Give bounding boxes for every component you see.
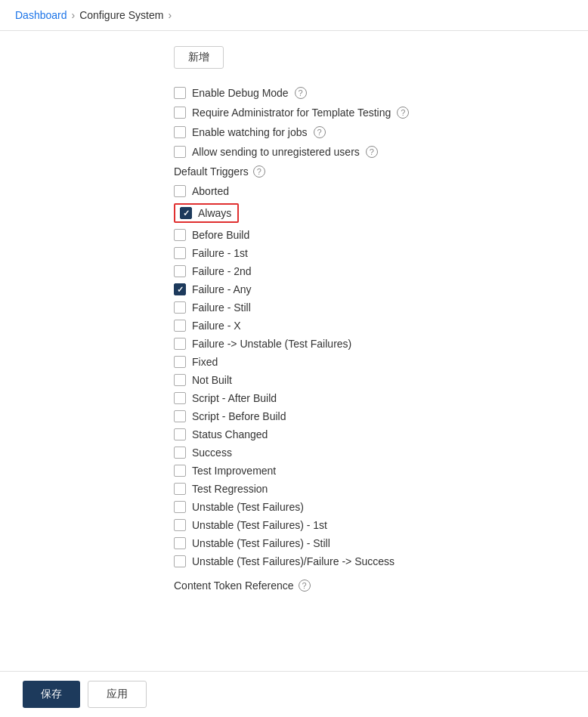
debug-mode-label: Enable Debug Mode (192, 87, 289, 99)
admin-template-label: Require Administrator for Template Testi… (192, 107, 391, 119)
script-after-checkbox[interactable] (174, 392, 186, 404)
fixed-checkbox[interactable] (174, 356, 186, 368)
trigger-unstable-test: Unstable (Test Failures) (174, 501, 565, 513)
test-regression-checkbox[interactable] (174, 483, 186, 495)
always-highlight-box: Always (174, 203, 239, 223)
trigger-success: Success (174, 447, 565, 459)
aborted-label: Aborted (192, 185, 229, 197)
trigger-test-regression: Test Regression (174, 483, 565, 495)
failure-1st-checkbox[interactable] (174, 247, 186, 259)
trigger-failure-any: Failure - Any (174, 283, 565, 295)
debug-mode-checkbox[interactable] (174, 87, 186, 99)
unstable-1st-label: Unstable (Test Failures) - 1st (192, 519, 327, 531)
failure-2nd-label: Failure - 2nd (192, 265, 252, 277)
failure-unstable-label: Failure -> Unstable (Test Failures) (192, 338, 351, 350)
failure-x-checkbox[interactable] (174, 320, 186, 332)
always-label: Always (198, 207, 231, 219)
unstable-still-checkbox[interactable] (174, 537, 186, 549)
watch-jobs-label: Enable watching for jobs (192, 126, 308, 138)
trigger-unstable-still: Unstable (Test Failures) - Still (174, 537, 565, 549)
trigger-failure-x: Failure - X (174, 320, 565, 332)
trigger-failure-2nd: Failure - 2nd (174, 265, 565, 277)
status-changed-checkbox[interactable] (174, 428, 186, 440)
not-built-checkbox[interactable] (174, 374, 186, 386)
trigger-fixed: Fixed (174, 356, 565, 368)
failure-still-label: Failure - Still (192, 301, 251, 314)
breadcrumb-dashboard[interactable]: Dashboard (15, 9, 67, 21)
failure-any-label: Failure - Any (192, 283, 252, 295)
admin-template-checkbox[interactable] (174, 107, 186, 119)
trigger-unstable-1st: Unstable (Test Failures) - 1st (174, 519, 565, 531)
script-after-label: Script - After Build (192, 392, 277, 404)
before-build-label: Before Build (192, 229, 249, 241)
default-triggers-help-icon[interactable]: ? (253, 165, 265, 178)
breadcrumb-configure-system[interactable]: Configure System (79, 9, 163, 21)
new-button[interactable]: 新增 (174, 46, 224, 69)
trigger-test-improvement: Test Improvement (174, 465, 565, 477)
success-label: Success (192, 447, 232, 459)
failure-unstable-checkbox[interactable] (174, 338, 186, 350)
failure-2nd-checkbox[interactable] (174, 265, 186, 277)
apply-button[interactable]: 应用 (88, 681, 147, 708)
debug-mode-help-icon[interactable]: ? (295, 87, 307, 99)
default-triggers-label: Default Triggers ? (174, 165, 565, 178)
script-before-label: Script - Before Build (192, 410, 286, 422)
success-checkbox[interactable] (174, 447, 186, 459)
failure-still-checkbox[interactable] (174, 301, 186, 314)
failure-x-label: Failure - X (192, 320, 241, 332)
trigger-failure-unstable: Failure -> Unstable (Test Failures) (174, 338, 565, 350)
trigger-unstable-success: Unstable (Test Failures)/Failure -> Succ… (174, 555, 565, 567)
save-button[interactable]: 保存 (23, 681, 80, 708)
not-built-label: Not Built (192, 374, 232, 386)
unstable-success-label: Unstable (Test Failures)/Failure -> Succ… (192, 555, 395, 567)
script-before-checkbox[interactable] (174, 410, 186, 422)
breadcrumb-sep-1: › (72, 9, 76, 21)
failure-1st-label: Failure - 1st (192, 247, 248, 259)
trigger-not-built: Not Built (174, 374, 565, 386)
test-regression-label: Test Regression (192, 483, 268, 495)
settings-section: Enable Debug Mode ? Require Administrato… (23, 87, 565, 637)
trigger-status-changed: Status Changed (174, 428, 565, 440)
before-build-checkbox[interactable] (174, 229, 186, 241)
content-token-label: Content Token Reference (174, 579, 294, 592)
test-improvement-checkbox[interactable] (174, 465, 186, 477)
watch-jobs-help-icon[interactable]: ? (314, 126, 326, 138)
trigger-before-build: Before Build (174, 229, 565, 241)
test-improvement-label: Test Improvement (192, 465, 276, 477)
bottom-bar: 保存 应用 (0, 671, 588, 710)
debug-mode-row: Enable Debug Mode ? (174, 87, 565, 99)
failure-any-checkbox[interactable] (174, 283, 186, 295)
new-btn-row: 新增 (23, 46, 565, 69)
unstable-1st-checkbox[interactable] (174, 519, 186, 531)
breadcrumb-sep-2: › (168, 9, 172, 21)
unstable-test-label: Unstable (Test Failures) (192, 501, 304, 513)
watch-jobs-checkbox[interactable] (174, 126, 186, 138)
trigger-failure-1st: Failure - 1st (174, 247, 565, 259)
unstable-test-checkbox[interactable] (174, 501, 186, 513)
aborted-checkbox[interactable] (174, 185, 186, 197)
unregistered-row: Allow sending to unregistered users ? (174, 146, 565, 158)
admin-template-help-icon[interactable]: ? (397, 107, 409, 119)
breadcrumb: Dashboard › Configure System › (0, 0, 588, 31)
fixed-label: Fixed (192, 356, 218, 368)
watch-jobs-row: Enable watching for jobs ? (174, 126, 565, 138)
unregistered-checkbox[interactable] (174, 146, 186, 158)
unregistered-label: Allow sending to unregistered users (192, 146, 360, 158)
unregistered-help-icon[interactable]: ? (366, 146, 378, 158)
always-checkbox[interactable] (180, 207, 192, 219)
trigger-script-before: Script - Before Build (174, 410, 565, 422)
status-changed-label: Status Changed (192, 428, 268, 440)
admin-template-row: Require Administrator for Template Testi… (174, 107, 565, 119)
trigger-failure-still: Failure - Still (174, 301, 565, 314)
unstable-still-label: Unstable (Test Failures) - Still (192, 537, 330, 549)
trigger-always: Always (174, 203, 565, 223)
trigger-script-after: Script - After Build (174, 392, 565, 404)
trigger-aborted: Aborted (174, 185, 565, 197)
content-token-section: Content Token Reference ? (174, 579, 565, 637)
triggers-section: Aborted Always Before Build Failure - 1s… (174, 185, 565, 567)
unstable-success-checkbox[interactable] (174, 555, 186, 567)
content-token-help-icon[interactable]: ? (299, 579, 311, 592)
main-content: 新增 Enable Debug Mode ? Require Administr… (0, 31, 588, 710)
